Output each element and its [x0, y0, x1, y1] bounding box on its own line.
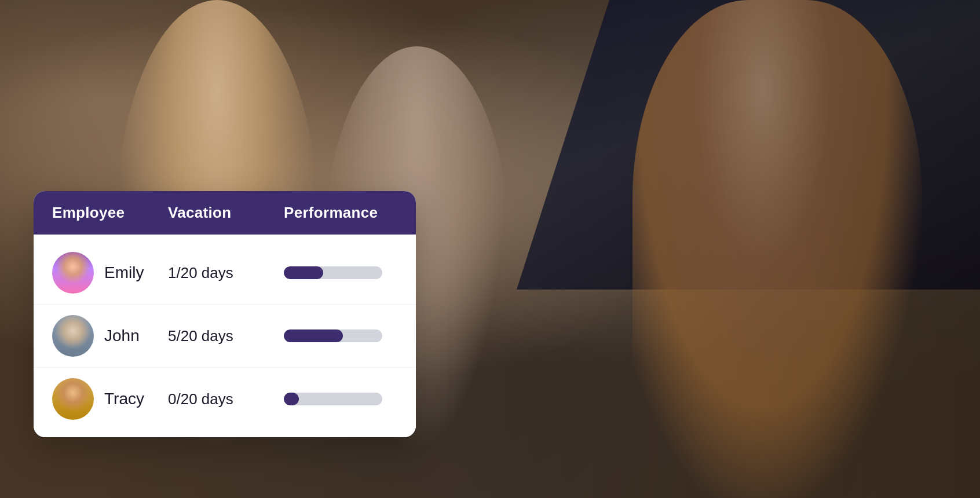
person-right-silhouette — [632, 0, 922, 498]
avatar-tracy — [52, 378, 94, 420]
employee-name-john: John — [104, 327, 140, 345]
progress-bar-fill-tracy — [284, 393, 299, 405]
table-row: John 5/20 days — [34, 305, 416, 368]
header-vacation-col: Vacation — [168, 204, 284, 222]
progress-bar-bg-emily — [284, 266, 382, 279]
employee-cell-emily: Emily — [52, 252, 168, 294]
vacation-text-tracy: 0/20 days — [168, 390, 233, 408]
header-vacation-label: Vacation — [168, 204, 231, 222]
employee-cell-tracy: Tracy — [52, 378, 168, 420]
header-employee-col: Employee — [52, 204, 168, 222]
vacation-cell-john: 5/20 days — [168, 327, 284, 345]
header-employee-label: Employee — [52, 204, 125, 222]
progress-bar-bg-tracy — [284, 393, 382, 405]
header-performance-col: Performance — [284, 204, 397, 222]
vacation-text-john: 5/20 days — [168, 327, 233, 345]
vacation-text-emily: 1/20 days — [168, 264, 233, 281]
table-row: Emily 1/20 days — [34, 241, 416, 305]
performance-cell-tracy — [284, 393, 397, 405]
employee-name-tracy: Tracy — [104, 390, 144, 408]
employee-cell-john: John — [52, 315, 168, 357]
avatar-john — [52, 315, 94, 357]
performance-cell-john — [284, 329, 397, 342]
vacation-cell-tracy: 0/20 days — [168, 390, 284, 408]
employee-table-card: Employee Vacation Performance Emily 1/20… — [34, 191, 416, 437]
employee-name-emily: Emily — [104, 263, 144, 282]
progress-bar-bg-john — [284, 329, 382, 342]
avatar-emily — [52, 252, 94, 294]
table-row: Tracy 0/20 days — [34, 368, 416, 430]
table-header: Employee Vacation Performance — [34, 191, 416, 235]
performance-cell-emily — [284, 266, 397, 279]
progress-bar-fill-emily — [284, 266, 323, 279]
header-performance-label: Performance — [284, 204, 378, 222]
avatar-emily-inner — [52, 252, 94, 294]
avatar-john-inner — [52, 315, 94, 357]
avatar-tracy-inner — [52, 378, 94, 420]
progress-bar-fill-john — [284, 329, 343, 342]
vacation-cell-emily: 1/20 days — [168, 264, 284, 282]
table-body: Emily 1/20 days John 5/20 days — [34, 235, 416, 437]
